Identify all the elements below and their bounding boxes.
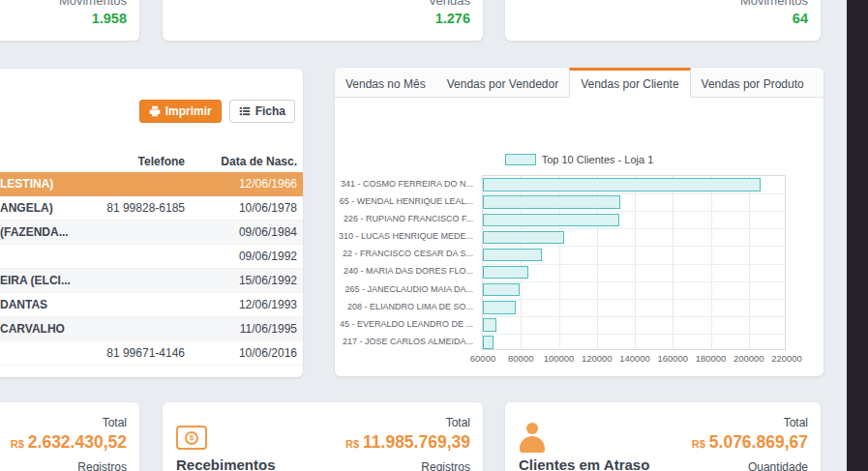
summary-card-vendas: Vendas 1.276 (163, 0, 483, 41)
cell-name: EIRA (ELCI... (0, 274, 105, 287)
right-sidebar-strip (847, 0, 868, 471)
dashboard-screen: Movimentos 1.958 Vendas 1.276 Movimentos… (0, 0, 868, 471)
chart-bar (483, 318, 496, 332)
clients-panel: Imprimir Ficha Telefone Data de Nasc. LE… (0, 69, 303, 377)
user-icon (519, 423, 546, 453)
table-row[interactable]: (FAZENDA...09/06/1984 (0, 221, 303, 245)
summary-value: 1.958 (92, 11, 127, 26)
column-phone: Telefone (105, 155, 187, 168)
gridline (483, 299, 785, 300)
category-label: 310 - LUCAS HENRIQUE MEDE... (335, 227, 477, 245)
currency-prefix: R$ (692, 438, 705, 450)
chart-plot-area: 6000080000100000120000140000160000180000… (482, 175, 786, 350)
gridline (483, 281, 785, 282)
table-row[interactable]: 09/06/1992 (0, 245, 303, 269)
table-row[interactable]: 81 99671-414610/06/2016 (0, 341, 303, 366)
tab-vendas-por-cliente[interactable]: Vendas por Cliente (569, 68, 690, 98)
table-row[interactable]: EIRA (ELCI...15/06/1992 (0, 269, 303, 293)
chart-bar (483, 266, 528, 280)
total-card-1: Total R$2.632.430,52 Registros (0, 402, 139, 471)
category-label: 217 - JOSE CARLOS ALMEIDA... (335, 333, 477, 350)
total-amount: 2.632.430,52 (28, 432, 127, 452)
table-row[interactable]: DANTAS12/06/1993 (0, 293, 303, 317)
cell-date: 12/06/1966 (187, 177, 303, 191)
ficha-button[interactable]: Ficha (229, 100, 295, 123)
currency-prefix: R$ (345, 438, 359, 450)
chart-bar (483, 301, 516, 314)
total-label: Total (692, 416, 808, 429)
cell-date: 10/06/1978 (187, 201, 303, 215)
print-button[interactable]: Imprimir (139, 100, 222, 123)
clients-toolbar: Imprimir Ficha (139, 100, 295, 123)
table-row[interactable]: LESTINA)12/06/1966 (0, 172, 303, 196)
clientes-em-atraso-card: Clientes em Atraso Total R$5.076.869,67 … (505, 402, 821, 471)
card-title: Recebimentos (176, 456, 276, 471)
printer-icon (149, 105, 161, 117)
cell-name: LESTINA) (0, 177, 105, 191)
total-label: Total (345, 416, 470, 429)
cell-name: CARVALHO (0, 322, 105, 336)
category-label: 341 - COSMO FERREIRA DO N... (335, 175, 477, 192)
category-label: 240 - MARIA DAS DORES FLO... (335, 262, 477, 280)
ficha-button-label: Ficha (255, 104, 285, 118)
category-label: 45 - EVERALDO LEANDRO DE ... (335, 315, 477, 333)
cell-name: (FAZENDA... (0, 225, 105, 239)
gridline (483, 246, 785, 247)
chart-category-labels: 341 - COSMO FERREIRA DO N...65 - WENDAL … (335, 175, 477, 350)
tab-vendas-por-produto[interactable]: Vendas por Produto (691, 68, 815, 98)
category-label: 208 - ELIANDRO LIMA DE SO... (335, 298, 477, 315)
cell-date: 09/06/1992 (187, 250, 303, 263)
clients-table-header: Telefone Data de Nasc. (0, 150, 303, 172)
gridline (749, 176, 750, 349)
chart-bar (483, 231, 564, 245)
legend-swatch (505, 154, 536, 165)
category-label: 226 - RUPIANO FRANCISCO F... (335, 210, 477, 227)
gridline (483, 334, 785, 335)
chart-bar (483, 195, 620, 209)
count-label: Registros (11, 460, 127, 471)
legend-label: Top 10 Clientes - Loja 1 (542, 154, 654, 165)
money-bill-icon: $ (176, 426, 207, 450)
chart-legend: Top 10 Clientes - Loja 1 (335, 154, 823, 165)
tab-vendas-por-vendedor[interactable]: Vendas por Vendedor (436, 68, 569, 98)
summary-label: Movimentos (59, 0, 127, 8)
category-label: 265 - JANECLAUDIO MAIA DA... (335, 280, 477, 298)
chart-bar (483, 178, 761, 191)
gridline (483, 228, 785, 229)
total-amount: 5.076.869,67 (709, 432, 808, 452)
summary-label: Movimentos (740, 0, 808, 8)
clients-table-body: LESTINA)12/06/1966ANGELA)81 99828-618510… (0, 172, 303, 366)
print-button-label: Imprimir (165, 104, 212, 118)
chart-bar (483, 283, 520, 297)
sales-tabs: Vendas no MêsVendas por VendedorVendas p… (335, 68, 823, 98)
column-birthdate: Data de Nasc. (187, 155, 303, 168)
summary-value: 64 (793, 11, 808, 26)
gridline (635, 176, 636, 349)
table-row[interactable]: ANGELA)81 99828-618510/06/1978 (0, 196, 303, 221)
currency-prefix: R$ (11, 438, 24, 450)
cell-name: DANTAS (0, 298, 105, 311)
table-row[interactable]: CARVALHO11/06/1995 (0, 317, 303, 341)
gridline (711, 176, 712, 349)
total-amount: 11.985.769,39 (363, 432, 470, 452)
chart-bar (483, 336, 494, 349)
panel-divider (338, 395, 821, 396)
cell-phone: 81 99671-4146 (105, 346, 187, 360)
summary-card-movimentos-1: Movimentos 1.958 (0, 0, 139, 41)
total-value: R$5.076.869,67 (692, 432, 808, 453)
cell-date: 11/06/1995 (187, 322, 303, 336)
x-axis-tick: 220000 (758, 353, 816, 364)
tab-vendas-no-m-s[interactable]: Vendas no Mês (335, 68, 436, 98)
gridline (483, 193, 785, 194)
recebimentos-card: $ Recebimentos Total R$11.985.769,39 Reg… (163, 402, 483, 471)
summary-label: Vendas (429, 0, 470, 8)
list-icon (239, 105, 251, 117)
total-value: R$2.632.430,52 (11, 432, 127, 453)
gridline (483, 211, 785, 212)
total-value: R$11.985.769,39 (345, 432, 470, 453)
card-title: Clientes em Atraso (519, 456, 649, 471)
count-label: Registros (345, 460, 470, 471)
gridline (483, 316, 785, 317)
summary-value: 1.276 (435, 11, 470, 26)
cell-date: 15/06/1992 (187, 274, 303, 287)
